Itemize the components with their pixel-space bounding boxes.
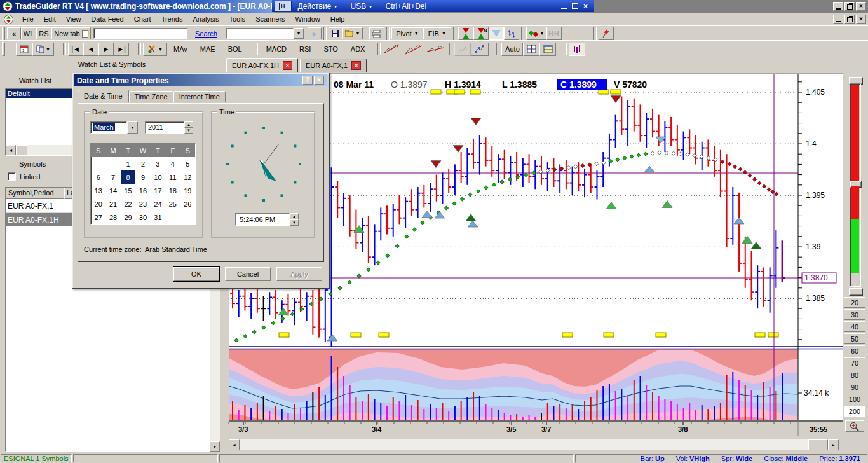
month-dropdown-button[interactable]: ▼ (127, 121, 138, 134)
zoom-level-100[interactable]: 100 (844, 394, 865, 404)
calendar-day-17[interactable]: 17 (151, 184, 165, 197)
dialog-help-button[interactable]: ? (302, 76, 313, 85)
calendar-day-6[interactable]: 6 (91, 170, 105, 184)
calendar-day-25[interactable]: 25 (165, 197, 180, 211)
calendar-day-5[interactable]: 5 (180, 157, 195, 170)
calendar-day-30[interactable]: 30 (135, 211, 150, 224)
zoom-level-60[interactable]: 60 (844, 345, 865, 356)
rdp-action-menu[interactable]: Действие ▼ (292, 2, 344, 11)
calendar-day-3[interactable]: 3 (151, 157, 165, 170)
scroll-left-button[interactable]: ◄ (6, 145, 16, 155)
watchlist-button[interactable]: WL (21, 27, 36, 39)
minor-signals-button[interactable] (489, 27, 504, 40)
tab-time-zone[interactable]: Time Zone (129, 91, 173, 102)
calendar-day-24[interactable]: 24 (151, 197, 165, 211)
rdp-usb-menu[interactable]: USB ▼ (344, 2, 379, 11)
rdp-close-button[interactable]: × (583, 2, 588, 11)
cancel-button[interactable]: Cancel (225, 267, 271, 281)
tab-eur-1[interactable]: EUR A0-FX,1 × (300, 59, 367, 73)
calendar-day-26[interactable]: 26 (180, 197, 195, 211)
rdp-restore-button[interactable] (572, 3, 578, 9)
menu-tools[interactable]: Tools (224, 13, 250, 25)
pin-button[interactable] (599, 27, 614, 40)
calendar-day-1[interactable]: 1 (121, 157, 135, 170)
signals-news-button[interactable]: N (473, 27, 489, 40)
menu-scanners[interactable]: Scanners (250, 13, 290, 25)
zoom-level-30[interactable]: 30 (844, 309, 865, 320)
diamonds-button[interactable]: ▼ (526, 27, 546, 40)
calendar-day-8[interactable]: 8 (121, 170, 135, 184)
gauge-grip-bottom[interactable] (849, 288, 863, 296)
calendar-day-14[interactable]: 14 (105, 184, 120, 197)
menu-analysis[interactable]: Analysis (187, 13, 224, 25)
symbol-input[interactable] (93, 28, 187, 39)
vsa-bars-button[interactable] (569, 43, 585, 56)
calendar-day-29[interactable]: 29 (121, 211, 135, 224)
calendar-day-9[interactable]: 9 (135, 170, 150, 184)
search-link[interactable]: Search (195, 30, 217, 38)
chart-hscrollbar[interactable]: ◄ ► (229, 439, 841, 450)
trend-medium-icon[interactable] (404, 43, 426, 55)
new-tab-button[interactable]: New tab (51, 27, 91, 39)
calendar-day-2[interactable]: 2 (135, 157, 150, 170)
toolbar-gripper[interactable] (2, 42, 5, 56)
zoom-level-50[interactable]: 50 (844, 333, 865, 344)
dialog-close-button[interactable]: × (314, 76, 324, 85)
vm-connection-icon[interactable]: H (275, 1, 292, 11)
scrollbar-track[interactable] (240, 439, 808, 450)
fib-button[interactable]: FIB▼ (423, 27, 451, 39)
zoom-tool-button[interactable] (845, 420, 864, 432)
save-button[interactable] (329, 27, 342, 39)
scrollbar-thumb[interactable] (16, 145, 27, 155)
grid-layout-button[interactable] (523, 43, 539, 56)
menu-data-feed[interactable]: Data Feed (86, 13, 128, 25)
scroll-right-button[interactable]: ► (828, 439, 839, 450)
linked-checkbox-row[interactable]: Linked (8, 172, 40, 181)
tab-close-icon[interactable]: × (351, 61, 361, 70)
column-header-symbol[interactable]: Symbol,Period (6, 188, 64, 199)
indicator-settings-button[interactable]: ▼ (143, 43, 167, 56)
calendar-day-4[interactable]: 4 (165, 157, 180, 170)
ok-button[interactable]: OK (173, 267, 219, 281)
time-spinner[interactable]: 5:24:06 PM ▲ ▼ (235, 213, 299, 226)
rdp-ctrl-alt-del[interactable]: Ctrl+Alt+Del (379, 2, 433, 11)
menu-chart[interactable]: Chart (129, 13, 156, 25)
scrollbar-thumb[interactable] (808, 439, 828, 450)
print-button[interactable] (369, 27, 384, 39)
tab-close-icon[interactable]: × (283, 61, 292, 70)
trend-clusters-button[interactable] (471, 43, 489, 56)
year-spinner[interactable]: 2011 ▲ ▼ (145, 121, 193, 134)
calendar-day-19[interactable]: 19 (180, 184, 195, 197)
close-button[interactable]: × (856, 2, 866, 11)
menu-file[interactable]: File (17, 13, 39, 25)
signals-toggle-button[interactable] (458, 27, 473, 40)
mdi-restore-button[interactable] (844, 15, 855, 24)
symbol-combobox[interactable]: ▼ (226, 28, 304, 39)
calendar[interactable]: SMTWTFS123456789101112131415161718192021… (90, 143, 196, 225)
menu-window[interactable]: Window (290, 13, 325, 25)
calendar-day-11[interactable]: 11 (165, 170, 180, 184)
month-combobox[interactable]: March ▼ (90, 121, 138, 134)
restore-button[interactable] (844, 2, 855, 11)
dialog-title-bar[interactable]: Date and Time Properties ? × (74, 74, 327, 86)
goto-date-button[interactable]: 1 (16, 43, 32, 56)
minimize-button[interactable] (833, 2, 843, 11)
auto-scale-button[interactable]: Auto (501, 43, 523, 56)
scroll-left-button[interactable]: ◄ (229, 439, 240, 450)
strength-gauge[interactable] (850, 83, 861, 287)
toolbar-gripper[interactable] (2, 27, 5, 41)
calendar-day-28[interactable]: 28 (105, 211, 120, 224)
indicator-button-bol[interactable]: BOL (222, 44, 248, 54)
linked-checkbox[interactable] (8, 172, 16, 181)
indicator-button-sto[interactable]: STO (317, 44, 344, 54)
grid-layout-alt-button[interactable] (539, 43, 556, 56)
indicator-button-adx[interactable]: ADX (344, 44, 372, 54)
calendar-day-27[interactable]: 27 (91, 211, 105, 224)
scroll-down-button[interactable]: ▼ (210, 441, 220, 452)
tab-date-time[interactable]: Date & Time (78, 90, 129, 102)
mdi-minimize-button[interactable] (833, 15, 843, 24)
rs-button[interactable]: RS (36, 27, 51, 39)
calendar-day-7[interactable]: 7 (105, 170, 120, 184)
indicator-button-mae[interactable]: MAE (194, 44, 222, 54)
calendar-day-12[interactable]: 12 (180, 170, 195, 184)
